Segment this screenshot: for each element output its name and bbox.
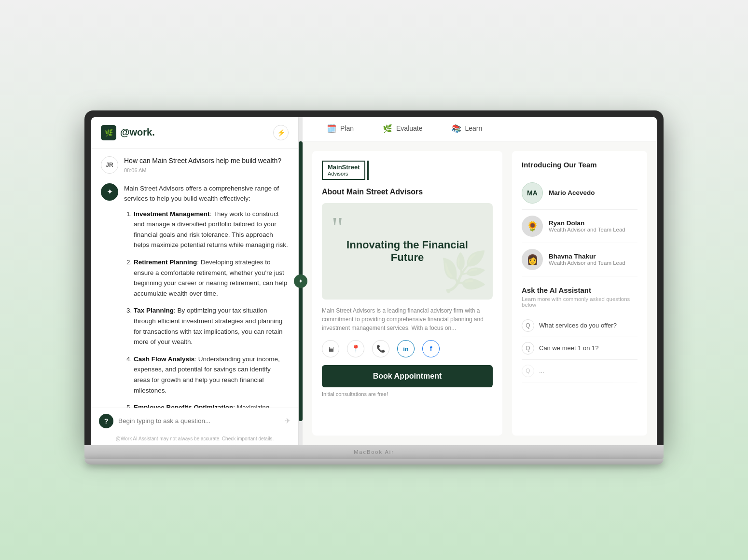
mario-avatar: MA: [522, 182, 543, 204]
plan-icon: 🗓️: [327, 124, 336, 133]
hero-text: Innovating the Financial Future: [322, 229, 493, 273]
chat-disclaimer: @Work AI Assistant may not always be acc…: [91, 434, 298, 445]
ryan-avatar: 🌻: [522, 216, 543, 237]
q-badge-3: Q: [522, 365, 534, 377]
bhavna-avatar: 👩: [522, 249, 543, 270]
scroll-indicator-dot: ✦: [294, 274, 307, 288]
user-avatar: JR: [101, 156, 118, 174]
tab-evaluate[interactable]: 🌿 Evaluate: [368, 117, 437, 141]
action-icons-row: 🖥 📍 📞 in f: [322, 340, 493, 357]
list-item-title: Investment Management: [134, 210, 210, 218]
logo-divider: [367, 161, 369, 180]
logo-line1: MainStreet: [328, 164, 360, 171]
ai-avatar: ✦: [101, 183, 118, 201]
ryan-name: Ryan Dolan: [549, 219, 625, 227]
q-badge-2: Q: [522, 342, 534, 355]
team-sidebar: Introducing Our Team MA Mario Acevedo 🌻: [512, 151, 647, 436]
ai-question-3-partial: Q ...: [522, 360, 637, 382]
facebook-icon[interactable]: f: [422, 340, 440, 357]
learn-icon: 📚: [452, 124, 461, 133]
team-member-mario: MA Mario Acevedo: [522, 177, 637, 210]
tab-learn-label: Learn: [465, 124, 483, 132]
free-consultation-text: Initial consultations are free!: [322, 391, 493, 397]
user-message-content: How can Main Street Advisors help me bui…: [124, 156, 289, 174]
ai-question-2[interactable]: Q Can we meet 1 on 1?: [522, 337, 637, 360]
chat-messages: JR How can Main Street Advisors help me …: [91, 149, 298, 408]
phone-icon[interactable]: 📞: [372, 340, 389, 357]
tab-plan[interactable]: 🗓️ Plan: [312, 117, 368, 141]
advisor-panel: 🗓️ Plan 🌿 Evaluate 📚 Learn: [303, 117, 657, 445]
list-item: Investment Management: They work to cons…: [134, 209, 289, 250]
list-item: Retirement Planning: Developing strategi…: [134, 257, 289, 299]
chat-input[interactable]: [118, 417, 279, 424]
advisor-content-area: MainStreet Advisors About Main Street Ad…: [303, 141, 657, 445]
ryan-role: Wealth Advisor and Team Lead: [549, 227, 625, 232]
ai-message-content: Main Street Advisors offers a comprehens…: [124, 183, 289, 408]
laptop-bottom-edge: [84, 459, 664, 464]
advisor-hero-image: " Innovating the Financial Future 🌿: [322, 203, 493, 300]
location-icon[interactable]: 📍: [347, 340, 364, 357]
ai-question-text-1: What services do you offer?: [539, 322, 617, 329]
mainstreet-logo: MainStreet Advisors: [322, 161, 493, 180]
ai-question-text-3: ...: [539, 367, 544, 374]
app-logo: 🌿 @work.: [101, 125, 155, 140]
ryan-info: Ryan Dolan Wealth Advisor and Team Lead: [549, 219, 625, 232]
team-member-bhavna: 👩 Bhavna Thakur Wealth Advisor and Team …: [522, 243, 637, 276]
lightning-button[interactable]: ⚡: [273, 125, 289, 140]
ai-assistant-section: Ask the AI Assistant Learn more with com…: [522, 286, 637, 382]
send-icon[interactable]: ✈: [284, 416, 291, 425]
mario-info: Mario Acevedo: [549, 189, 595, 196]
chat-input-area: ? ✈: [91, 408, 298, 434]
tab-evaluate-label: Evaluate: [396, 124, 422, 132]
ai-assistant-title: Ask the AI Assistant: [522, 286, 637, 294]
about-section-title: About Main Street Advisors: [322, 188, 493, 196]
logo-text: @work.: [120, 127, 155, 138]
bhavna-info: Bhavna Thakur Wealth Advisor and Team Le…: [549, 253, 625, 266]
ai-question-1[interactable]: Q What services do you offer?: [522, 314, 637, 337]
logo-line2: Advisors: [328, 171, 360, 177]
screen-frame: 🌿 @work. ⚡ JR How can Main Street Adviso…: [84, 110, 664, 445]
laptop-base: MacBook Air: [84, 445, 664, 459]
list-item: Employee Benefits Optimization: Maximizi…: [134, 402, 289, 407]
bhavna-name: Bhavna Thakur: [549, 253, 625, 260]
ai-message: ✦ Main Street Advisors offers a comprehe…: [101, 183, 289, 408]
ai-intro-text: Main Street Advisors offers a comprehens…: [124, 183, 289, 204]
question-button[interactable]: ?: [99, 414, 113, 428]
top-navigation: 🗓️ Plan 🌿 Evaluate 📚 Learn: [303, 117, 657, 141]
list-item-title: Tax Planning: [134, 307, 174, 314]
ai-assistant-subtitle: Learn more with commonly asked questions…: [522, 296, 637, 308]
evaluate-icon: 🌿: [383, 124, 392, 133]
list-item-title: Retirement Planning: [134, 259, 197, 266]
user-message-time: 08:06 AM: [124, 167, 289, 173]
team-section-title: Introducing Our Team: [522, 161, 637, 169]
ai-question-text-2: Can we meet 1 on 1?: [539, 344, 599, 352]
user-message: JR How can Main Street Advisors help me …: [101, 156, 289, 174]
linkedin-icon[interactable]: in: [397, 340, 415, 357]
ai-avatar-icon: ✦: [107, 187, 113, 196]
user-message-text: How can Main Street Advisors help me bui…: [124, 156, 289, 166]
list-item-title: Employee Benefits Optimization: [134, 404, 233, 407]
monitor-icon[interactable]: 🖥: [322, 340, 339, 357]
chat-panel: 🌿 @work. ⚡ JR How can Main Street Adviso…: [91, 117, 299, 445]
mario-name: Mario Acevedo: [549, 189, 595, 196]
list-item: Tax Planning: By optimizing your tax sit…: [134, 305, 289, 347]
tab-plan-label: Plan: [340, 124, 354, 132]
book-appointment-button[interactable]: Book Appointment: [322, 365, 493, 387]
logo-box: MainStreet Advisors: [322, 161, 365, 180]
advisor-description: Main Street Advisors is a leading financ…: [322, 306, 493, 332]
logo-icon: 🌿: [101, 125, 116, 140]
list-item-title: Cash Flow Analysis: [134, 355, 194, 363]
laptop-brand: MacBook Air: [354, 449, 394, 455]
tab-learn[interactable]: 📚 Learn: [437, 117, 497, 141]
q-badge-1: Q: [522, 319, 534, 332]
bhavna-role: Wealth Advisor and Team Lead: [549, 260, 625, 266]
scroll-bar: ✦: [299, 141, 303, 421]
team-member-ryan: 🌻 Ryan Dolan Wealth Advisor and Team Lea…: [522, 210, 637, 243]
laptop-frame: 🌿 @work. ⚡ JR How can Main Street Adviso…: [84, 110, 664, 464]
chat-header: 🌿 @work. ⚡: [91, 117, 298, 149]
list-item: Cash Flow Analysis: Understanding your i…: [134, 354, 289, 396]
ai-response-list: Investment Management: They work to cons…: [124, 209, 289, 408]
screen: 🌿 @work. ⚡ JR How can Main Street Adviso…: [91, 117, 657, 445]
advisor-main-card: MainStreet Advisors About Main Street Ad…: [312, 151, 502, 436]
